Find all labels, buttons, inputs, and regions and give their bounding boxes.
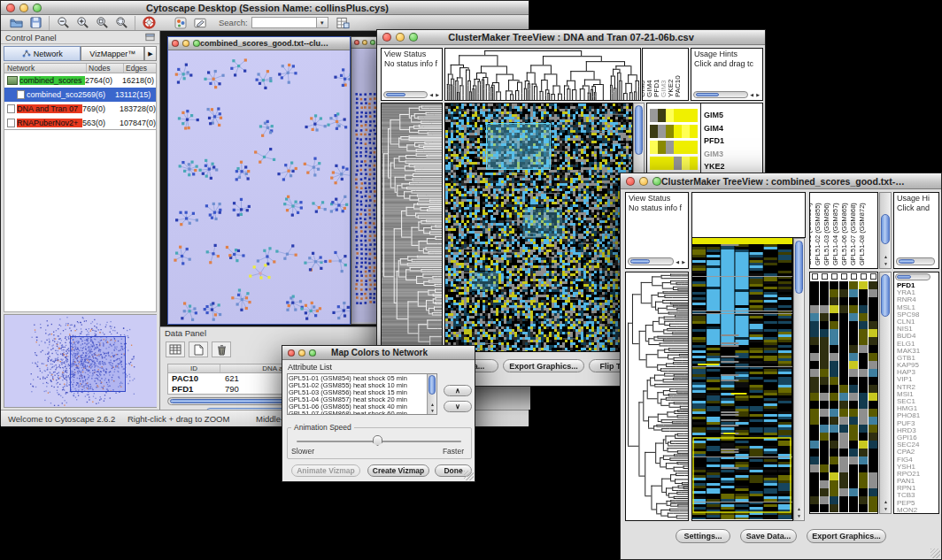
tv1-matrix-cell[interactable] — [690, 157, 698, 170]
tv2-array-tree-panel[interactable] — [691, 192, 806, 238]
plugins-icon[interactable] — [171, 15, 190, 31]
help-icon[interactable] — [139, 15, 158, 31]
tv1-heatmap-panel[interactable] — [444, 103, 633, 352]
network-overview-canvas[interactable] — [4, 315, 157, 407]
zoom-window-icon[interactable] — [652, 177, 661, 186]
attribute-list-item[interactable]: GPL51-07 (GSM868) heat shock 60 min — [289, 410, 426, 415]
import-table-icon[interactable] — [334, 15, 353, 31]
new-attribute-icon[interactable] — [189, 341, 208, 357]
search-dropdown-icon[interactable]: ▼ — [317, 17, 328, 28]
tv1-matrix-cell[interactable] — [682, 125, 690, 138]
tv2-save-data-button[interactable]: Save Data... — [740, 529, 797, 543]
tv1-status-hscroll[interactable] — [383, 91, 428, 98]
delete-attribute-icon[interactable] — [212, 341, 231, 357]
tv2-column-label[interactable]: GPL51-08 (GSM872) — [859, 203, 866, 265]
col-header-nodes[interactable]: Nodes — [86, 64, 123, 73]
tv2-gene-tree-panel[interactable] — [625, 272, 689, 521]
tv1-column-label[interactable]: PAC10 — [675, 75, 682, 97]
tv1-zoom-row-label[interactable]: GIM3 — [704, 148, 757, 161]
tv1-heatmap-canvas[interactable] — [445, 104, 632, 351]
tv2-column-label[interactable]: GPL51-06 (GSM865) — [841, 203, 848, 265]
tv1-matrix-cell[interactable] — [658, 109, 666, 122]
tv1-matrix-cell[interactable] — [682, 157, 690, 170]
zoom-selected-icon[interactable] — [92, 15, 112, 31]
tv2-column-label[interactable]: GPL51-03 (GSM856) — [823, 203, 830, 265]
tv2-heatmap-vscroll[interactable]: ▲ ▼ — [793, 238, 805, 521]
tv1-matrix-cell[interactable] — [666, 109, 674, 122]
col-header-edges[interactable]: Edges — [123, 64, 156, 73]
tab-vizmapper[interactable]: VizMapper™ — [81, 46, 144, 61]
tv2-export-graphics-button[interactable]: Export Graphics... — [807, 529, 886, 543]
tv1-array-tree-panel[interactable] — [444, 48, 641, 101]
search-input[interactable] — [251, 17, 317, 28]
network-overview-panel[interactable] — [4, 314, 157, 408]
minimize-icon[interactable] — [362, 40, 367, 45]
close-icon[interactable] — [354, 40, 359, 45]
tv1-export-graphics-button[interactable]: Export Graphics... — [503, 359, 584, 372]
tv1-matrix-cell[interactable] — [682, 141, 690, 154]
network-list-row[interactable]: DNA and Tran 07769(0)183728(0) — [4, 102, 156, 116]
main-titlebar[interactable]: Cytoscape Desktop (Session Name: collins… — [1, 1, 529, 15]
tv1-gene-tree-canvas[interactable] — [382, 104, 442, 351]
tv1-matrix-cell[interactable] — [666, 157, 674, 170]
close-icon[interactable] — [6, 4, 15, 12]
zoom-window-icon[interactable] — [370, 40, 375, 45]
close-icon[interactable] — [288, 349, 295, 357]
zoom-out-icon[interactable] — [53, 15, 73, 31]
create-vizmap-button[interactable]: Create Vizmap — [367, 464, 429, 477]
tv1-zoom-row-label[interactable]: PFD1 — [704, 134, 757, 148]
tv1-matrix-cell[interactable] — [674, 125, 682, 138]
tv1-matrix-cell[interactable] — [674, 109, 682, 122]
tv2-hints-hscroll[interactable] — [896, 257, 935, 265]
network-list-row[interactable]: RNAPuberNov2+563(0)107847(0) — [4, 116, 156, 130]
tv1-matrix-cell[interactable] — [650, 125, 658, 138]
tab-overflow-arrow[interactable]: ▶ — [144, 46, 157, 61]
tv1-matrix-cell[interactable] — [690, 125, 698, 138]
tv2-heatmap-panel[interactable] — [691, 238, 793, 521]
tv2-gene-list[interactable]: PFD1YRA1RNR4MSL1SPC98CLN1NIS1BUD4ELG1MAK… — [897, 282, 938, 513]
tv1-titlebar[interactable]: ClusterMaker TreeView : DNA and Tran 07-… — [377, 30, 765, 45]
close-icon[interactable] — [172, 40, 179, 47]
attribute-grid-icon[interactable] — [166, 341, 185, 357]
tv1-matrix-cell[interactable] — [682, 109, 690, 122]
move-up-button[interactable]: ∧ — [444, 385, 472, 396]
tv1-matrix-cell[interactable] — [690, 109, 698, 122]
move-down-button[interactable]: ∨ — [444, 401, 472, 412]
open-session-icon[interactable] — [6, 15, 26, 31]
tv1-zoom-row-label[interactable]: YKE2 — [704, 160, 757, 173]
save-session-icon[interactable] — [26, 15, 45, 31]
close-icon[interactable] — [626, 177, 635, 186]
tv2-column-label[interactable]: GPL51-04 (GSM857) — [832, 203, 839, 265]
tv1-hints-hscroll[interactable] — [693, 91, 748, 98]
col-header-network[interactable]: Network — [4, 64, 86, 73]
tv2-titlebar[interactable]: ClusterMaker TreeView : combined_scores_… — [621, 173, 941, 189]
tv1-matrix-cell[interactable] — [674, 157, 682, 170]
tv2-column-label[interactable]: GPL51-07 (GSM868) — [850, 203, 857, 265]
data-col-id[interactable]: ID — [168, 364, 220, 372]
resize-grip[interactable] — [464, 471, 474, 480]
attribute-list-vscroll[interactable]: ▲ ▼ — [427, 374, 436, 414]
tv1-matrix-cell[interactable] — [658, 125, 666, 138]
dialog-titlebar[interactable]: Map Colors to Network — [282, 346, 475, 360]
tv1-gene-tree-panel[interactable] — [381, 103, 443, 352]
tv2-zoom-vscroll[interactable]: ▲ ▼ — [879, 272, 892, 514]
float-panel-icon[interactable] — [145, 29, 155, 45]
tv1-zoom-row-label[interactable]: GIM5 — [704, 109, 757, 122]
tv1-matrix-cell[interactable] — [666, 125, 674, 138]
network-list-row[interactable]: combined_scores2764(0)16218(0) — [4, 73, 156, 88]
minimize-icon[interactable] — [19, 4, 28, 12]
tv1-matrix-cell[interactable] — [666, 141, 674, 154]
tv1-matrix-cell[interactable] — [658, 157, 666, 170]
tv2-heatmap-canvas[interactable] — [692, 238, 792, 519]
zoom-fit-icon[interactable] — [112, 15, 131, 31]
animate-vizmap-button[interactable]: Animate Vizmap — [291, 464, 360, 477]
zoom-window-icon[interactable] — [33, 4, 42, 12]
tv2-labels-vscroll[interactable]: ▲ ▼ — [879, 192, 892, 269]
tv2-genelist-hscroll[interactable] — [895, 273, 930, 280]
zoom-window-icon[interactable] — [309, 349, 316, 357]
tv2-settings-button[interactable]: Settings... — [676, 529, 730, 543]
tv2-gene-tree-canvas[interactable] — [626, 272, 688, 520]
tv2-zoom-view-panel[interactable] — [809, 272, 878, 514]
tv1-matrix-cell[interactable] — [650, 141, 658, 154]
zoom-window-icon[interactable] — [409, 33, 418, 42]
